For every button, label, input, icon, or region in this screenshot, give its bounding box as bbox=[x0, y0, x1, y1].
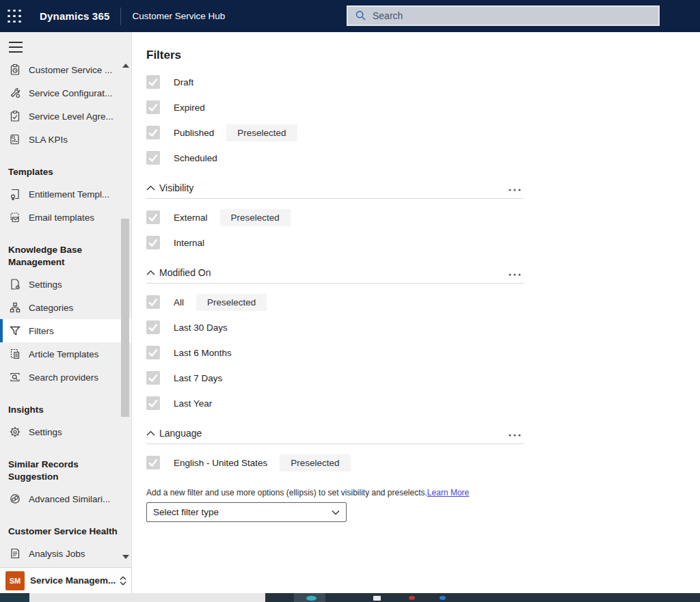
sidebar-item-entitlement-templates[interactable]: Entitlement Templ... bbox=[0, 182, 131, 206]
filter-section-status: Draft Expired Published Preselected Sche… bbox=[146, 73, 524, 167]
sidebar-item-email-templates[interactable]: Email templates bbox=[0, 206, 131, 229]
preselected-badge: Preselected bbox=[280, 454, 350, 471]
clipboard-check-icon bbox=[8, 109, 22, 123]
filter-type-select[interactable]: Select filter type bbox=[146, 502, 347, 522]
sidebar-group-knowledge-base-management: Knowledge Base Management bbox=[8, 244, 122, 269]
sidebar-item-label: Article Templates bbox=[29, 349, 99, 359]
area-switcher[interactable]: SM Service Managem... bbox=[0, 567, 132, 593]
brand-title: Dynamics 365 bbox=[40, 10, 109, 22]
filter-section-modified-on: Modified On All Preselected Last 30 Days bbox=[146, 265, 524, 412]
sidebar-item-article-templates[interactable]: Article Templates bbox=[0, 342, 131, 366]
scrollbar-thumb[interactable] bbox=[121, 219, 129, 417]
sidebar-item-kb-settings[interactable]: Settings bbox=[0, 273, 131, 296]
filter-label: Last 6 Months bbox=[174, 348, 232, 358]
sidebar-item-label: Settings bbox=[29, 279, 62, 290]
filter-row-english-united-states: English - United States Preselected bbox=[146, 454, 524, 471]
kpi-chart-icon bbox=[8, 133, 22, 146]
filter-row-draft: Draft bbox=[146, 73, 524, 91]
filter-label: Scheduled bbox=[174, 153, 217, 163]
preselected-badge: Preselected bbox=[196, 294, 267, 311]
sidebar-scrollbar bbox=[121, 58, 129, 567]
wrench-icon bbox=[8, 86, 22, 100]
sidebar-item-service-configuration[interactable]: Service Configurat... bbox=[0, 81, 131, 105]
sidebar-item-label: Filters bbox=[29, 326, 54, 336]
sidebar-item-label: Service Level Agre... bbox=[29, 111, 113, 122]
section-header: Modified On bbox=[146, 265, 524, 280]
hamburger-menu-icon[interactable] bbox=[9, 42, 23, 53]
filter-row-all: All Preselected bbox=[146, 293, 524, 311]
filter-row-last-30-days: Last 30 Days bbox=[146, 318, 524, 336]
sidebar-item-label: Categories bbox=[29, 303, 73, 313]
sidebar-item-label: Service Configurat... bbox=[29, 88, 112, 98]
more-options-button[interactable] bbox=[506, 180, 524, 195]
filter-label: Expired bbox=[174, 102, 205, 113]
sidebar-item-service-level-agreements[interactable]: Service Level Agre... bbox=[0, 105, 131, 128]
sidebar-item-analysis-jobs[interactable]: Analysis Jobs bbox=[0, 542, 131, 565]
section-collapse-toggle[interactable]: Visibility bbox=[146, 182, 193, 193]
section-divider bbox=[146, 443, 524, 444]
filter-label: Draft bbox=[174, 77, 193, 87]
scroll-down-arrow-icon[interactable] bbox=[122, 555, 129, 559]
checkbox-checked[interactable] bbox=[146, 320, 160, 334]
filter-row-internal: Internal bbox=[146, 234, 524, 251]
checkbox-checked[interactable] bbox=[146, 456, 160, 469]
sidebar-item-label: Advanced Similari... bbox=[29, 494, 110, 504]
filter-label: Internal bbox=[174, 238, 204, 248]
checkbox-checked[interactable] bbox=[146, 151, 160, 165]
sidebar-item-insights-settings[interactable]: Settings bbox=[0, 420, 131, 443]
filter-label: Last 7 Days bbox=[174, 373, 222, 383]
sidebar-item-sla-kpis[interactable]: SLA KPIs bbox=[0, 128, 131, 151]
sidebar-group-customer-service-health: Customer Service Health bbox=[8, 525, 122, 538]
filter-row-published: Published Preselected bbox=[146, 124, 524, 141]
filter-row-last-6-months: Last 6 Months bbox=[146, 344, 524, 361]
section-collapse-toggle[interactable]: Modified On bbox=[146, 267, 211, 278]
section-collapse-toggle[interactable]: Language bbox=[146, 428, 202, 439]
checkbox-checked[interactable] bbox=[146, 295, 160, 309]
top-navigation-bar: Dynamics 365 Customer Service Hub bbox=[0, 0, 700, 32]
taskbar-icon bbox=[373, 596, 381, 601]
checkbox-checked[interactable] bbox=[146, 210, 160, 224]
filter-section-visibility: Visibility External Preselected Internal bbox=[146, 180, 524, 251]
section-divider bbox=[146, 283, 524, 284]
sidebar-item-label: Search providers bbox=[29, 372, 98, 383]
filter-label: Last Year bbox=[174, 398, 212, 409]
filter-label: Published bbox=[174, 128, 214, 138]
search-box-icon bbox=[8, 370, 22, 384]
checkbox-checked[interactable] bbox=[146, 100, 160, 114]
section-divider bbox=[146, 198, 524, 199]
certificate-icon bbox=[8, 187, 22, 201]
sidebar-group-insights: Insights bbox=[8, 404, 122, 416]
filter-row-expired: Expired bbox=[146, 98, 524, 116]
helper-text-row: Add a new filter and use more options (e… bbox=[146, 488, 524, 497]
search-input[interactable] bbox=[373, 10, 658, 21]
checkbox-checked[interactable] bbox=[146, 346, 160, 359]
filter-label: External bbox=[174, 213, 208, 223]
learn-more-link[interactable]: Learn More bbox=[427, 488, 469, 497]
filter-row-last-year: Last Year bbox=[146, 394, 524, 412]
similarity-icon bbox=[8, 492, 22, 506]
sidebar-item-search-providers[interactable]: Search providers bbox=[0, 366, 131, 389]
ellipsis-icon bbox=[509, 273, 521, 276]
filter-label: Last 30 Days bbox=[174, 323, 228, 333]
sidebar-group-similar-records-suggestion: Similar Records Suggestion bbox=[8, 459, 122, 483]
chevron-up-down-icon bbox=[118, 575, 128, 586]
sidebar-item-advanced-similarity[interactable]: Advanced Similari... bbox=[0, 487, 131, 510]
scroll-up-arrow-icon[interactable] bbox=[122, 64, 129, 68]
sidebar-item-customer-service-schedule[interactable]: Customer Service ... bbox=[0, 58, 131, 81]
checkbox-checked[interactable] bbox=[146, 396, 160, 410]
more-options-button[interactable] bbox=[506, 265, 524, 280]
checkbox-checked[interactable] bbox=[146, 75, 160, 89]
preselected-badge: Preselected bbox=[226, 124, 297, 141]
section-header: Visibility bbox=[146, 180, 524, 195]
checkbox-checked[interactable] bbox=[146, 371, 160, 385]
global-search-box[interactable] bbox=[347, 5, 660, 26]
checkbox-checked[interactable] bbox=[146, 236, 160, 249]
ellipsis-icon bbox=[509, 189, 521, 191]
waffle-menu-icon[interactable] bbox=[7, 9, 22, 24]
more-options-button[interactable] bbox=[506, 426, 524, 441]
sidebar-item-categories[interactable]: Categories bbox=[0, 296, 131, 319]
filter-row-external: External Preselected bbox=[146, 208, 524, 226]
sidebar-item-label: Analysis Jobs bbox=[29, 549, 85, 559]
sidebar-item-filters[interactable]: Filters bbox=[0, 319, 131, 342]
checkbox-checked[interactable] bbox=[146, 126, 160, 139]
